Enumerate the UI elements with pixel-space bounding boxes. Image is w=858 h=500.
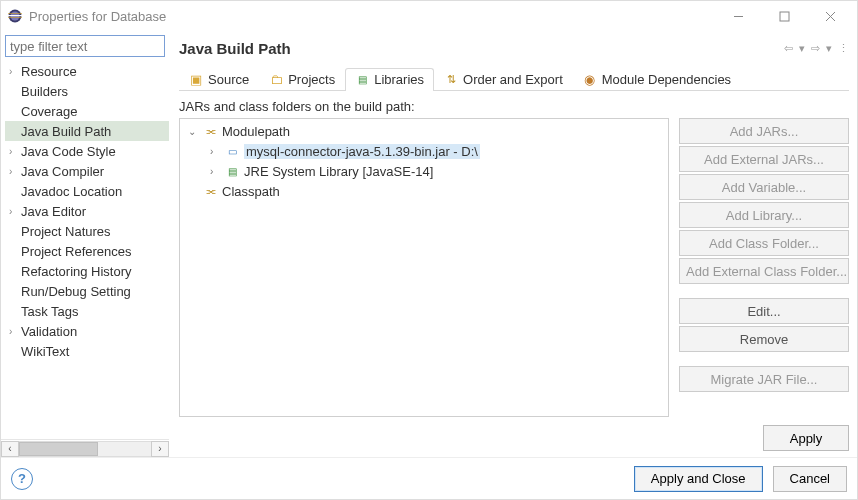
remove-button[interactable]: Remove bbox=[679, 326, 849, 352]
nav-item-label: Validation bbox=[21, 324, 77, 339]
nav-item-builders[interactable]: Builders bbox=[5, 81, 169, 101]
nav-item-task-tags[interactable]: Task Tags bbox=[5, 301, 169, 321]
nav-item-javadoc-location[interactable]: Javadoc Location bbox=[5, 181, 169, 201]
scroll-thumb[interactable] bbox=[19, 442, 98, 456]
nav-item-coverage[interactable]: Coverage bbox=[5, 101, 169, 121]
add-variable-button[interactable]: Add Variable... bbox=[679, 174, 849, 200]
footer: ? Apply and Close Cancel bbox=[1, 457, 857, 499]
expand-icon[interactable]: › bbox=[9, 66, 21, 77]
tab-projects[interactable]: 🗀Projects bbox=[259, 68, 345, 91]
tabs: ▣Source🗀Projects▤Libraries⇅Order and Exp… bbox=[179, 65, 849, 91]
horizontal-scrollbar[interactable]: ‹ › bbox=[1, 439, 169, 457]
expand-icon[interactable]: › bbox=[9, 326, 21, 337]
back-menu-icon[interactable]: ▾ bbox=[799, 42, 805, 55]
eclipse-icon bbox=[7, 8, 23, 24]
forward-menu-icon[interactable]: ▾ bbox=[826, 42, 832, 55]
maximize-button[interactable] bbox=[761, 2, 807, 30]
expand-icon[interactable]: › bbox=[9, 146, 21, 157]
tab-label: Libraries bbox=[374, 72, 424, 87]
nav-item-label: Java Editor bbox=[21, 204, 86, 219]
tree-label: Modulepath bbox=[222, 124, 290, 139]
edit-button[interactable]: Edit... bbox=[679, 298, 849, 324]
nav-item-label: Project References bbox=[21, 244, 132, 259]
modulepath-icon: ⫘ bbox=[202, 123, 218, 139]
nav-item-label: Project Natures bbox=[21, 224, 111, 239]
nav-item-label: Coverage bbox=[21, 104, 77, 119]
help-icon[interactable]: ? bbox=[11, 468, 33, 490]
filter-box bbox=[5, 35, 165, 57]
tab-label: Source bbox=[208, 72, 249, 87]
jar-icon: ▭ bbox=[224, 143, 240, 159]
content-pane: Java Build Path ⇦ ▾ ⇨ ▾ ⋮ ▣Source🗀Projec… bbox=[169, 31, 857, 457]
tab-libraries[interactable]: ▤Libraries bbox=[345, 68, 434, 91]
tree-label: JRE System Library [JavaSE-14] bbox=[244, 164, 433, 179]
tree-row-jar[interactable]: › ▭ mysql-connector-java-5.1.39-bin.jar … bbox=[180, 141, 668, 161]
expand-icon[interactable]: › bbox=[210, 166, 224, 177]
tree-row-jre[interactable]: › ▤ JRE System Library [JavaSE-14] bbox=[180, 161, 668, 181]
scroll-track[interactable] bbox=[19, 441, 151, 457]
view-menu-icon[interactable]: ⋮ bbox=[838, 42, 849, 55]
nav-item-run-debug-setting[interactable]: Run/Debug Setting bbox=[5, 281, 169, 301]
nav-item-label: Refactoring History bbox=[21, 264, 132, 279]
cancel-button[interactable]: Cancel bbox=[773, 466, 847, 492]
libraries-icon: ▤ bbox=[355, 73, 369, 87]
tab-label: Projects bbox=[288, 72, 335, 87]
apply-button[interactable]: Apply bbox=[763, 425, 849, 451]
forward-icon[interactable]: ⇨ bbox=[811, 42, 820, 55]
back-icon[interactable]: ⇦ bbox=[784, 42, 793, 55]
add-external-class-folder-button[interactable]: Add External Class Folder... bbox=[679, 258, 849, 284]
svg-rect-3 bbox=[8, 17, 22, 18]
tab-source[interactable]: ▣Source bbox=[179, 68, 259, 91]
migrate-jar-button[interactable]: Migrate JAR File... bbox=[679, 366, 849, 392]
nav-item-java-code-style[interactable]: ›Java Code Style bbox=[5, 141, 169, 161]
tab-label: Order and Export bbox=[463, 72, 563, 87]
svg-rect-2 bbox=[8, 15, 22, 16]
expand-icon[interactable]: › bbox=[9, 166, 21, 177]
sidebar: ›ResourceBuildersCoverageJava Build Path… bbox=[1, 31, 169, 457]
nav-item-label: Run/Debug Setting bbox=[21, 284, 131, 299]
expand-icon[interactable]: › bbox=[9, 206, 21, 217]
nav-item-label: Javadoc Location bbox=[21, 184, 122, 199]
expand-icon[interactable]: › bbox=[210, 146, 224, 157]
nav-item-label: Builders bbox=[21, 84, 68, 99]
add-jars-button[interactable]: Add JARs... bbox=[679, 118, 849, 144]
page-title: Java Build Path bbox=[179, 40, 291, 57]
nav-item-java-compiler[interactable]: ›Java Compiler bbox=[5, 161, 169, 181]
button-column: Add JARs... Add External JARs... Add Var… bbox=[679, 118, 849, 417]
tree-row-classpath[interactable]: ⫘ Classpath bbox=[180, 181, 668, 201]
scroll-left-button[interactable]: ‹ bbox=[1, 441, 19, 457]
minimize-button[interactable] bbox=[715, 2, 761, 30]
nav-item-validation[interactable]: ›Validation bbox=[5, 321, 169, 341]
window-title: Properties for Database bbox=[29, 9, 166, 24]
nav-item-label: Java Compiler bbox=[21, 164, 104, 179]
add-library-button[interactable]: Add Library... bbox=[679, 202, 849, 228]
add-external-jars-button[interactable]: Add External JARs... bbox=[679, 146, 849, 172]
svg-rect-5 bbox=[780, 12, 789, 21]
nav-item-resource[interactable]: ›Resource bbox=[5, 61, 169, 81]
filter-input[interactable] bbox=[5, 35, 165, 57]
nav-tree: ›ResourceBuildersCoverageJava Build Path… bbox=[1, 61, 169, 439]
nav-item-refactoring-history[interactable]: Refactoring History bbox=[5, 261, 169, 281]
tree-label: mysql-connector-java-5.1.39-bin.jar - D:… bbox=[244, 144, 480, 159]
apply-and-close-button[interactable]: Apply and Close bbox=[634, 466, 763, 492]
nav-item-label: Java Code Style bbox=[21, 144, 116, 159]
nav-item-project-references[interactable]: Project References bbox=[5, 241, 169, 261]
svg-rect-4 bbox=[8, 13, 22, 14]
nav-item-java-build-path[interactable]: Java Build Path bbox=[5, 121, 169, 141]
expand-icon[interactable]: ⌄ bbox=[188, 126, 202, 137]
nav-item-java-editor[interactable]: ›Java Editor bbox=[5, 201, 169, 221]
classpath-icon: ⫘ bbox=[202, 183, 218, 199]
close-button[interactable] bbox=[807, 2, 853, 30]
build-path-tree[interactable]: ⌄ ⫘ Modulepath › ▭ mysql-connector-java-… bbox=[179, 118, 669, 417]
tab-order-and-export[interactable]: ⇅Order and Export bbox=[434, 68, 573, 91]
nav-item-project-natures[interactable]: Project Natures bbox=[5, 221, 169, 241]
nav-item-wikitext[interactable]: WikiText bbox=[5, 341, 169, 361]
scroll-right-button[interactable]: › bbox=[151, 441, 169, 457]
nav-item-label: Java Build Path bbox=[21, 124, 111, 139]
add-class-folder-button[interactable]: Add Class Folder... bbox=[679, 230, 849, 256]
nav-item-label: WikiText bbox=[21, 344, 69, 359]
library-icon: ▤ bbox=[224, 163, 240, 179]
source-icon: ▣ bbox=[189, 73, 203, 87]
tab-module-dependencies[interactable]: ◉Module Dependencies bbox=[573, 68, 741, 91]
tree-row-modulepath[interactable]: ⌄ ⫘ Modulepath bbox=[180, 121, 668, 141]
